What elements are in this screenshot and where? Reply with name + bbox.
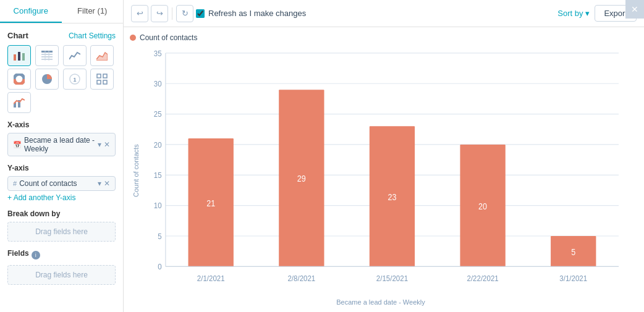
- refresh-checkbox-input[interactable]: [196, 9, 205, 18]
- svg-text:25: 25: [154, 110, 162, 119]
- fields-label: Fields: [7, 249, 29, 258]
- svg-text:35: 35: [154, 49, 162, 58]
- fields-header: Fields i: [7, 249, 116, 261]
- svg-text:1: 1: [73, 77, 76, 83]
- svg-rect-16: [97, 80, 101, 84]
- chart-area: Count of contacts Count of contacts 0510…: [124, 27, 644, 312]
- svg-text:2/8/2021: 2/8/2021: [287, 274, 315, 283]
- legend-dot: [130, 35, 136, 41]
- refresh-checkbox-label[interactable]: Refresh as I make changes: [196, 9, 306, 18]
- svg-rect-2: [22, 53, 25, 61]
- xaxis-close-icon[interactable]: ✕: [104, 140, 110, 149]
- left-panel-body: Chart Chart Settings: [0, 23, 123, 312]
- breakdown-drag-area[interactable]: Drag fields here: [7, 222, 116, 242]
- svg-text:3/1/2021: 3/1/2021: [559, 274, 587, 283]
- undo-button[interactable]: ↩: [131, 5, 148, 22]
- chevron-down-icon: ▾: [98, 140, 101, 149]
- chart-legend: Count of contacts: [130, 33, 632, 42]
- chart-type-row1: [7, 45, 116, 66]
- chart-type-pie[interactable]: [35, 69, 59, 90]
- svg-text:2/22/2021: 2/22/2021: [467, 274, 498, 283]
- toolbar-right: Sort by ▾ Export: [557, 5, 637, 22]
- toolbar: ↩ ↪ ↻ Refresh as I make changes Sort by …: [124, 0, 644, 27]
- svg-text:2/1/2021: 2/1/2021: [197, 274, 225, 283]
- chart-type-line[interactable]: [63, 45, 87, 66]
- xaxis-label: X-axis: [7, 120, 116, 129]
- svg-rect-17: [103, 80, 107, 84]
- chart-section-title: Chart: [7, 31, 28, 40]
- svg-text:5: 5: [158, 232, 162, 241]
- svg-text:21: 21: [206, 198, 215, 208]
- right-panel: ↩ ↪ ↻ Refresh as I make changes Sort by …: [124, 0, 644, 312]
- add-yaxis-button[interactable]: + Add another Y-axis: [7, 193, 116, 202]
- svg-rect-3: [41, 51, 53, 53]
- fields-section: Fields i Drag fields here: [7, 249, 116, 285]
- svg-rect-15: [103, 74, 107, 78]
- fields-drag-area[interactable]: Drag fields here: [7, 265, 116, 285]
- left-panel: Configure Filter (1) Chart Chart Setting…: [0, 0, 124, 312]
- chart-settings-link[interactable]: Chart Settings: [69, 32, 116, 40]
- sort-by-button[interactable]: Sort by ▾: [557, 9, 590, 18]
- chart-inner: 05101520253035212/1/2021292/8/2021232/15…: [140, 46, 632, 296]
- chart-type-table[interactable]: [35, 45, 59, 66]
- x-axis-label: Became a lead date - Weekly: [130, 298, 632, 306]
- chart-type-grid[interactable]: [90, 69, 114, 90]
- xaxis-value: Became a lead date - Weekly: [24, 136, 95, 153]
- svg-rect-4: [41, 54, 53, 55]
- chart-wrapper: Count of contacts 05101520253035212/1/20…: [130, 46, 632, 296]
- yaxis-value: Count of contacts: [19, 179, 95, 188]
- svg-rect-5: [41, 56, 53, 57]
- hash-icon: #: [13, 180, 17, 187]
- chart-type-donut[interactable]: [7, 69, 31, 90]
- close-button[interactable]: ✕: [625, 0, 644, 19]
- toolbar-divider: [172, 7, 172, 20]
- svg-text:29: 29: [297, 174, 306, 183]
- refresh-checkbox-text: Refresh as I make changes: [208, 9, 306, 18]
- svg-rect-14: [97, 74, 101, 78]
- legend-label: Count of contacts: [140, 33, 197, 42]
- chevron-down-icon2: ▾: [98, 179, 101, 188]
- chart-type-row2: 1: [7, 69, 116, 90]
- chart-svg: 05101520253035212/1/2021292/8/2021232/15…: [140, 46, 632, 296]
- svg-text:15: 15: [154, 171, 162, 180]
- tab-filter[interactable]: Filter (1): [62, 0, 124, 23]
- y-axis-label: Count of contacts: [130, 46, 140, 296]
- svg-text:0: 0: [158, 262, 162, 271]
- breakdown-section: Break down by Drag fields here: [7, 209, 116, 242]
- svg-rect-0: [14, 54, 16, 61]
- refresh-button[interactable]: ↻: [176, 5, 193, 22]
- chart-type-area[interactable]: [90, 45, 114, 66]
- yaxis-close-icon[interactable]: ✕: [104, 179, 110, 188]
- chart-type-bar[interactable]: [7, 45, 31, 66]
- svg-text:23: 23: [388, 192, 396, 202]
- yaxis-dropdown[interactable]: # Count of contacts ▾ ✕: [7, 176, 116, 191]
- svg-text:2/15/2021: 2/15/2021: [376, 274, 408, 283]
- chart-type-combo[interactable]: [7, 92, 31, 113]
- yaxis-label: Y-axis: [7, 164, 116, 172]
- yaxis-section: Y-axis # Count of contacts ▾ ✕ + Add ano…: [7, 164, 116, 202]
- chart-type-row3: [7, 92, 116, 113]
- tab-configure[interactable]: Configure: [0, 0, 62, 23]
- redo-button[interactable]: ↪: [151, 5, 168, 22]
- calendar-icon: 📅: [13, 141, 22, 149]
- svg-text:20: 20: [478, 201, 487, 211]
- xaxis-section: X-axis 📅 Became a lead date - Weekly ▾ ✕: [7, 120, 116, 156]
- breakdown-label: Break down by: [7, 209, 116, 218]
- toolbar-left: ↩ ↪ ↻ Refresh as I make changes: [131, 5, 553, 22]
- svg-rect-6: [41, 59, 53, 60]
- tab-bar: Configure Filter (1): [0, 0, 123, 23]
- chart-type-number[interactable]: 1: [63, 69, 87, 90]
- svg-text:30: 30: [154, 79, 162, 88]
- xaxis-dropdown[interactable]: 📅 Became a lead date - Weekly ▾ ✕: [7, 133, 116, 156]
- svg-text:10: 10: [154, 201, 162, 211]
- svg-text:20: 20: [154, 140, 162, 150]
- sort-by-chevron-icon: ▾: [585, 9, 590, 18]
- svg-rect-1: [18, 52, 20, 61]
- info-icon[interactable]: i: [32, 251, 40, 259]
- chart-section-header: Chart Chart Settings: [7, 31, 116, 40]
- svg-text:5: 5: [571, 247, 575, 257]
